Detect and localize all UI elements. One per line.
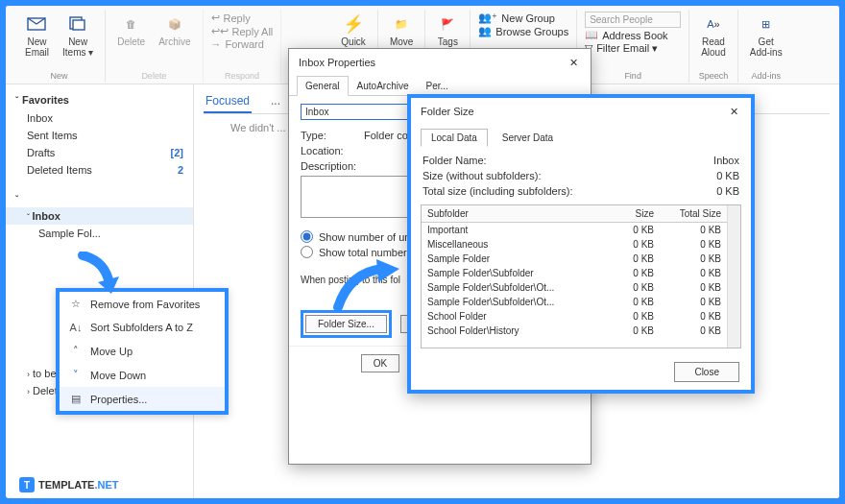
dialog-title: Inbox Properties: [299, 57, 375, 68]
tab-permissions[interactable]: Per...: [418, 76, 457, 96]
sidebar-item-inbox-acct[interactable]: ˇ Inbox: [6, 207, 193, 225]
read-aloud-button[interactable]: A»Read Aloud: [697, 12, 730, 60]
group-label: New: [51, 71, 68, 81]
ok-button[interactable]: OK: [361, 354, 399, 372]
sidebar-item-inbox[interactable]: Inbox: [6, 109, 193, 127]
ribbon-group-find: Search People 📖Address Book ▽Filter Emai…: [577, 10, 689, 83]
cm-properties[interactable]: ▤Properties...: [60, 387, 225, 411]
items-icon: [67, 13, 88, 35]
cm-move-up: ˄Move Up: [60, 339, 225, 363]
template-logo-icon: T: [19, 477, 35, 492]
flag-icon: 🚩: [437, 13, 458, 35]
svg-rect-2: [73, 20, 84, 30]
close-dialog-button[interactable]: Close: [674, 362, 739, 382]
dialog-titlebar: Folder Size ✕: [411, 98, 751, 125]
table-row[interactable]: Sample Folder\Subfolder\Ot...0 KB0 KB: [422, 295, 727, 309]
quick-steps-button[interactable]: ⚡Quick: [337, 12, 370, 49]
trash-icon: 🗑: [121, 13, 142, 35]
type-label: Type:: [301, 130, 356, 141]
archive-button[interactable]: 📦Archive: [155, 12, 194, 49]
properties-icon: ▤: [69, 393, 83, 405]
ribbon-group-addins: ⊞Get Add-ins Add-ins: [738, 10, 794, 83]
book-icon: 📖: [585, 29, 598, 41]
forward-button[interactable]: →Forward: [211, 38, 274, 50]
col-size[interactable]: Size: [602, 205, 660, 223]
new-items-button[interactable]: New Items ▾: [59, 12, 97, 60]
reply-icon: ↩: [211, 12, 220, 24]
ribbon-group-new: New Email New Items ▾ New: [13, 10, 106, 83]
dialog-title: Folder Size: [421, 106, 474, 117]
star-remove-icon: ☆: [69, 298, 83, 310]
move-button[interactable]: 📁Move: [386, 12, 417, 49]
folder-size-tabs: Local Data Server Data: [411, 125, 751, 147]
archive-icon: 📦: [164, 13, 185, 35]
addins-icon: ⊞: [756, 13, 777, 35]
col-subfolder[interactable]: Subfolder: [422, 205, 602, 223]
tab-server-data[interactable]: Server Data: [492, 129, 564, 147]
close-button[interactable]: ✕: [566, 55, 581, 70]
table-row[interactable]: Miscellaneous0 KB0 KB: [422, 237, 727, 252]
size-value: 0 KB: [716, 170, 739, 181]
table-row[interactable]: Important0 KB0 KB: [422, 223, 727, 238]
get-addins-button[interactable]: ⊞Get Add-ins: [746, 12, 786, 60]
sort-icon: A↓: [69, 322, 83, 333]
folder-name-label: Folder Name:: [422, 155, 487, 166]
sidebar-item-sample[interactable]: Sample Fol...: [6, 225, 193, 242]
tab-autoarchive[interactable]: AutoArchive: [349, 76, 418, 96]
folder-move-icon: 📁: [391, 13, 412, 35]
col-total[interactable]: Total Size: [660, 205, 727, 223]
total-size-label: Total size (including subfolders):: [422, 185, 573, 197]
annotation-arrow-1: [77, 252, 119, 298]
size-label: Size (without subfolders):: [422, 170, 542, 181]
chevron-down-icon: ˇ: [15, 95, 18, 105]
tab-local-data[interactable]: Local Data: [421, 129, 488, 147]
people-search-icon: 👥: [478, 25, 492, 37]
annotation-arrow-2: [330, 259, 401, 317]
cm-sort-subfolders[interactable]: A↓Sort Subfolders A to Z: [60, 316, 225, 339]
description-label: Description:: [301, 160, 356, 172]
down-icon: ˅: [69, 369, 83, 381]
search-people-input[interactable]: Search People: [585, 12, 681, 28]
sidebar-item-deleted[interactable]: Deleted Items2: [6, 161, 193, 179]
reply-all-button[interactable]: ↩↩Reply All: [211, 25, 274, 37]
sidebar-item-drafts[interactable]: Drafts[2]: [6, 144, 193, 161]
cm-move-down[interactable]: ˅Move Down: [60, 363, 225, 387]
ribbon-group-speech: A»Read Aloud Speech: [689, 10, 738, 83]
ribbon-group-delete: 🗑Delete 📦Archive Delete: [106, 10, 203, 83]
favorites-header[interactable]: ˇFavorites: [6, 90, 193, 109]
account-header[interactable]: ˇ: [6, 190, 193, 207]
table-row[interactable]: Sample Folder\Subfolder\Ot...0 KB0 KB: [422, 280, 727, 295]
group-label: Delete: [141, 71, 166, 81]
table-row[interactable]: School Folder\History0 KB0 KB: [422, 324, 727, 338]
folder-size-button[interactable]: Folder Size...: [305, 315, 387, 333]
folder-context-menu: ☆Remove from Favorites A↓Sort Subfolders…: [56, 288, 229, 415]
group-label: Add-ins: [751, 71, 781, 81]
tab-focused[interactable]: Focused: [204, 90, 252, 113]
speaker-icon: A»: [703, 13, 724, 35]
browse-groups-button[interactable]: 👥Browse Groups: [478, 25, 568, 37]
location-label: Location:: [301, 145, 356, 156]
mail-icon: [27, 13, 48, 35]
reply-button[interactable]: ↩Reply: [211, 12, 274, 24]
table-row[interactable]: Sample Folder0 KB0 KB: [422, 252, 727, 266]
folder-size-dialog: Folder Size ✕ Local Data Server Data Fol…: [407, 94, 755, 394]
chevron-down-icon: ˇ: [15, 194, 18, 204]
new-email-button[interactable]: New Email: [21, 12, 53, 60]
table-scrollbar[interactable]: [727, 205, 740, 348]
tags-button[interactable]: 🚩Tags: [433, 12, 462, 49]
template-net-watermark: T TEMPLATE.NET: [19, 477, 119, 492]
lightning-icon: ⚡: [343, 13, 364, 35]
tab-other[interactable]: ...: [269, 90, 282, 113]
delete-button[interactable]: 🗑Delete: [113, 12, 149, 49]
tab-general[interactable]: General: [297, 76, 349, 96]
close-button[interactable]: ✕: [726, 104, 741, 119]
group-label: Respond: [225, 71, 259, 81]
table-row[interactable]: Sample Folder\Subfolder0 KB0 KB: [422, 266, 727, 280]
new-group-button[interactable]: 👥⁺New Group: [478, 12, 568, 24]
filter-email-button[interactable]: ▽Filter Email ▾: [585, 42, 681, 55]
sidebar-item-sent[interactable]: Sent Items: [6, 127, 193, 144]
group-label: Find: [624, 71, 641, 81]
address-book-button[interactable]: 📖Address Book: [585, 29, 681, 41]
table-row[interactable]: School Folder0 KB0 KB: [422, 309, 727, 324]
dialog-titlebar: Inbox Properties ✕: [289, 49, 591, 76]
